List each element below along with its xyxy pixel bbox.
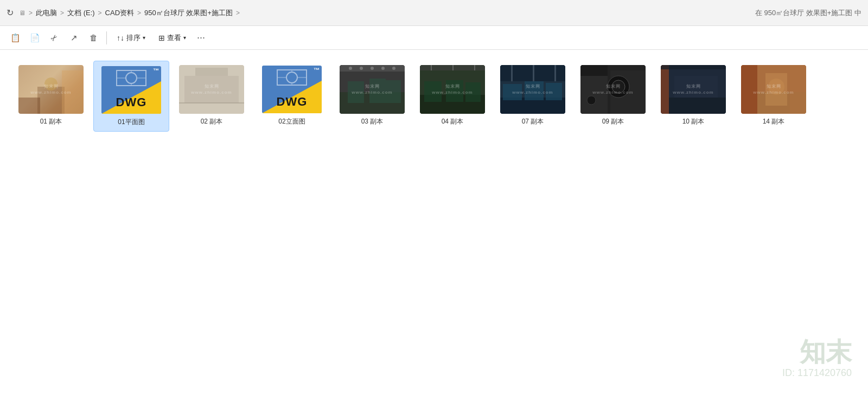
svg-rect-34 bbox=[424, 81, 442, 102]
refresh-icon[interactable]: ↻ bbox=[7, 8, 14, 18]
file-item-14-copy[interactable]: 知末网www.zhimo.com 14 副本 bbox=[736, 61, 812, 132]
img-thumb-14-copy: 知末网www.zhimo.com bbox=[741, 65, 806, 114]
file-thumb-14-copy: 知末网www.zhimo.com bbox=[741, 65, 806, 114]
img-thumb-02-copy: 知末网www.zhimo.com bbox=[179, 65, 244, 114]
address-bar: ↻ 🖥 > 此电脑 > 文档 (E:) > CAD资料 > 950㎡台球厅 效果… bbox=[0, 0, 868, 26]
file-label-02-elevation: 02立面图 bbox=[278, 117, 305, 126]
svg-rect-12 bbox=[184, 76, 239, 103]
svg-rect-3 bbox=[62, 70, 84, 114]
view-arrow: ▾ bbox=[183, 35, 186, 41]
breadcrumb-this-pc[interactable]: 此电脑 bbox=[36, 8, 57, 18]
breadcrumb-sep-4: > bbox=[236, 9, 240, 17]
file-thumb-10-copy: 知末网www.zhimo.com bbox=[661, 65, 726, 114]
breadcrumb-cad[interactable]: CAD资料 bbox=[105, 8, 134, 18]
copy-icon-btn[interactable]: 📋 bbox=[7, 29, 24, 47]
file-label-14-copy: 14 副本 bbox=[763, 117, 785, 126]
file-label-02-copy: 02 副本 bbox=[201, 117, 223, 126]
svg-rect-25 bbox=[386, 80, 401, 103]
file-thumb-01-plan: DWG ™ bbox=[99, 66, 164, 114]
img-thumb-07-copy: 知末网www.zhimo.com bbox=[500, 65, 565, 114]
file-item-02-copy[interactable]: 知末网www.zhimo.com 02 副本 bbox=[174, 61, 250, 132]
svg-point-6 bbox=[126, 73, 137, 83]
svg-rect-36 bbox=[465, 82, 481, 102]
breadcrumb-sep-3: > bbox=[137, 9, 141, 17]
dwg-icon-01-plan: DWG ™ bbox=[101, 66, 161, 114]
more-button[interactable]: ··· bbox=[194, 32, 208, 43]
svg-point-27 bbox=[349, 67, 352, 70]
svg-rect-13 bbox=[195, 68, 228, 76]
svg-point-29 bbox=[371, 67, 374, 70]
file-item-10-copy[interactable]: 知末网www.zhimo.com 10 副本 bbox=[655, 61, 731, 132]
toolbar-separator bbox=[106, 31, 107, 44]
sort-label: 排序 bbox=[126, 33, 141, 43]
svg-rect-48 bbox=[533, 65, 534, 81]
svg-rect-24 bbox=[369, 79, 386, 103]
svg-rect-35 bbox=[446, 80, 463, 102]
file-label-07-copy: 07 副本 bbox=[522, 117, 544, 126]
svg-point-4 bbox=[44, 77, 58, 90]
img-thumb-10-copy: 知末网www.zhimo.com bbox=[661, 65, 726, 114]
file-label-09-copy: 09 副本 bbox=[602, 117, 624, 126]
file-label-01-copy: 01 副本 bbox=[40, 117, 62, 126]
img-thumb-09-copy: 知末网www.zhimo.com bbox=[580, 65, 646, 114]
svg-rect-62 bbox=[661, 65, 726, 69]
file-item-02-elevation[interactable]: DWG ™ 02立面图 bbox=[254, 61, 330, 132]
file-item-03-copy[interactable]: 知末网www.zhimo.com 03 副本 bbox=[334, 61, 410, 132]
file-thumb-04-copy: 知末网www.zhimo.com bbox=[420, 65, 485, 114]
file-label-10-copy: 10 副本 bbox=[682, 117, 705, 126]
file-label-03-copy: 03 副本 bbox=[361, 117, 384, 126]
svg-rect-55 bbox=[580, 65, 608, 76]
svg-rect-44 bbox=[503, 84, 522, 100]
svg-rect-64 bbox=[741, 65, 757, 114]
img-thumb-03-copy: 知末网www.zhimo.com bbox=[340, 65, 405, 114]
svg-point-54 bbox=[612, 80, 625, 93]
svg-point-16 bbox=[286, 72, 297, 83]
breadcrumb-sep-1: > bbox=[60, 9, 64, 17]
breadcrumb-folder[interactable]: 950㎡台球厅 效果图+施工图 bbox=[144, 8, 233, 18]
svg-rect-1 bbox=[18, 98, 40, 114]
svg-rect-67 bbox=[790, 65, 806, 114]
img-thumb-04-copy: 知末网www.zhimo.com bbox=[420, 65, 485, 114]
svg-point-31 bbox=[392, 67, 395, 70]
file-thumb-01-copy: 知末网www.zhimo.com bbox=[18, 65, 84, 114]
svg-rect-2 bbox=[37, 87, 65, 114]
svg-rect-60 bbox=[669, 98, 726, 114]
share-icon-btn[interactable]: ↗ bbox=[65, 29, 82, 47]
view-icon: ⊞ bbox=[158, 34, 165, 42]
svg-point-30 bbox=[381, 67, 385, 70]
file-thumb-02-elevation: DWG ™ bbox=[259, 65, 324, 114]
file-item-01-plan[interactable]: DWG ™ 01平面图 bbox=[93, 61, 169, 132]
dwg-icon-02-elevation: DWG ™ bbox=[262, 66, 322, 113]
breadcrumb-docs[interactable]: 文档 (E:) bbox=[67, 8, 95, 18]
svg-rect-51 bbox=[580, 76, 608, 114]
delete-icon-btn[interactable]: 🗑 bbox=[85, 29, 102, 47]
file-label-01-plan: 01平面图 bbox=[118, 118, 144, 127]
svg-point-56 bbox=[587, 96, 596, 105]
file-thumb-09-copy: 知末网www.zhimo.com bbox=[580, 65, 646, 114]
img-thumb-01-copy: 知末网www.zhimo.com bbox=[18, 65, 84, 114]
file-item-01-copy[interactable]: 知末网www.zhimo.com 01 副本 bbox=[13, 61, 89, 132]
sort-arrow: ▾ bbox=[143, 35, 145, 41]
file-item-04-copy[interactable]: 知末网www.zhimo.com 04 副本 bbox=[414, 61, 490, 132]
svg-rect-40 bbox=[474, 65, 475, 70]
svg-rect-23 bbox=[348, 81, 364, 103]
monitor-icon: 🖥 bbox=[19, 9, 25, 17]
svg-point-69 bbox=[768, 79, 784, 95]
svg-rect-38 bbox=[431, 65, 432, 70]
paste-icon-btn[interactable]: 📄 bbox=[26, 29, 43, 47]
file-label-04-copy: 04 副本 bbox=[442, 117, 464, 126]
view-button[interactable]: ⊞ 查看 ▾ bbox=[153, 30, 192, 46]
svg-rect-47 bbox=[511, 65, 513, 81]
file-thumb-03-copy: 知末网www.zhimo.com bbox=[340, 65, 405, 114]
cut-icon-btn[interactable]: ✂ bbox=[46, 29, 63, 47]
file-item-09-copy[interactable]: 知末网www.zhimo.com 09 副本 bbox=[575, 61, 651, 132]
svg-point-28 bbox=[360, 67, 363, 70]
sort-button[interactable]: ↑↓ 排序 ▾ bbox=[111, 30, 151, 46]
svg-rect-45 bbox=[525, 81, 544, 100]
file-thumb-02-copy: 知末网www.zhimo.com bbox=[179, 65, 244, 114]
breadcrumb-sep-0: > bbox=[29, 9, 33, 17]
toolbar: 📋 📄 ✂ ↗ 🗑 ↑↓ 排序 ▾ ⊞ 查看 ▾ ··· bbox=[0, 26, 868, 50]
search-hint: 在 950㎡台球厅 效果图+施工图 中 bbox=[755, 8, 861, 18]
svg-rect-49 bbox=[554, 65, 556, 81]
file-item-07-copy[interactable]: 知末网www.zhimo.com 07 副本 bbox=[495, 61, 571, 132]
